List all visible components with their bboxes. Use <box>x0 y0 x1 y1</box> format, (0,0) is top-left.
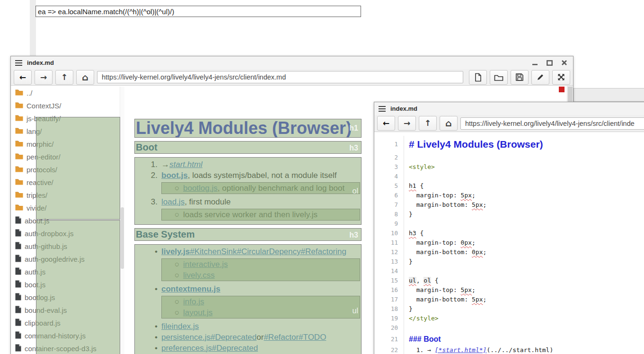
element-filter-input[interactable] <box>35 6 361 17</box>
fullscreen-button[interactable] <box>552 70 570 85</box>
markdown-link[interactable]: lively.js <box>161 246 190 257</box>
forward-button[interactable]: → <box>35 70 53 85</box>
list-item: ○interactive.js <box>161 259 360 270</box>
editor-line[interactable]: 14 <box>374 266 644 276</box>
sidebar-item-about-js[interactable]: about.js <box>12 214 120 227</box>
markdown-link[interactable]: #Deprecated <box>212 343 258 354</box>
editor-line[interactable]: 15ul, ol { <box>374 276 644 285</box>
url-input[interactable] <box>460 117 644 130</box>
sidebar-item-triples[interactable]: triples/ <box>12 189 120 202</box>
editor-line[interactable]: 7 margin-bottom: 5px; <box>374 200 644 210</box>
editor-line[interactable]: 6 margin-top: 5px; <box>374 191 644 200</box>
markdown-link[interactable]: #TODO <box>299 332 326 343</box>
editor-line[interactable]: 2 <box>374 153 644 162</box>
sidebar-item-pen-editor[interactable]: pen-editor/ <box>12 150 120 163</box>
editor-line[interactable]: 10h3 { <box>374 229 644 238</box>
sidebar-item-bootlog-js[interactable]: bootlog.js <box>12 291 120 304</box>
edit-button[interactable] <box>531 70 549 85</box>
editor-line[interactable]: 5h1 { <box>374 181 644 191</box>
markdown-link[interactable]: fileindex.js <box>161 321 199 332</box>
back-button[interactable]: ← <box>377 116 395 131</box>
list-marker: 2. <box>134 170 161 181</box>
home-button[interactable]: ⌂ <box>76 70 94 85</box>
minimize-button[interactable] <box>531 59 539 66</box>
list-marker: • <box>134 332 161 343</box>
code-text <box>404 172 409 181</box>
open-folder-button[interactable] <box>490 70 508 85</box>
editor-line[interactable]: 13} <box>374 257 644 266</box>
markdown-link[interactable]: #CircularDepency <box>237 246 300 257</box>
sidebar-item-reactive[interactable]: reactive/ <box>12 176 120 189</box>
markdown-link[interactable]: info.js <box>183 296 204 307</box>
sidebar-scrollbar[interactable] <box>120 87 124 354</box>
code-token: # Lively4 Modules (Browser) <box>409 139 543 150</box>
save-button[interactable] <box>511 70 529 85</box>
editor-line[interactable]: 12 margin-bottom: 0px; <box>374 248 644 257</box>
editor-line[interactable]: 16 margin-top: 5px; <box>374 285 644 295</box>
markdown-link[interactable]: #Refactoring <box>301 246 346 257</box>
sidebar-item-label: boot.js <box>25 281 45 289</box>
menu-icon[interactable] <box>379 106 386 112</box>
sidebar-item-auth-googledrive-js[interactable]: auth-googledrive.js <box>12 253 120 266</box>
markdown-link[interactable]: boot.js <box>161 170 188 181</box>
editor-line[interactable]: 3<style> <box>374 162 644 172</box>
sidebar-item-boot-js[interactable]: boot.js <box>12 278 120 291</box>
window2-titlebar[interactable]: index.md <box>374 102 644 115</box>
editor-line[interactable]: 20 <box>374 323 644 333</box>
sidebar-item-[interactable]: ../ <box>12 87 120 99</box>
editor-line[interactable]: 22 1. → [*start.html*](../../start.html) <box>374 345 644 354</box>
sidebar-item-label: auth-dropbox.js <box>25 230 73 238</box>
sidebar-item-bound-eval-js[interactable]: bound-eval.js <box>12 304 120 317</box>
markdown-link[interactable]: lively.css <box>183 270 215 281</box>
markdown-link[interactable]: layout.js <box>183 307 212 318</box>
unsaved-indicator <box>559 87 565 92</box>
sidebar-item-ContextJS[interactable]: ContextJS/ <box>12 99 120 112</box>
code-editor[interactable]: 1# Lively4 Modules (Browser)23<style>45h… <box>374 132 644 354</box>
code-token: , <box>416 277 424 284</box>
maximize-button[interactable] <box>546 59 554 66</box>
window1-titlebar[interactable]: index.md <box>11 56 573 70</box>
forward-button[interactable]: → <box>398 116 416 131</box>
sidebar-item-protocols[interactable]: protocols/ <box>12 163 120 176</box>
editor-line[interactable]: 9 <box>374 219 644 229</box>
background-window-titlebar[interactable] <box>573 88 644 102</box>
editor-line[interactable]: 21### Boot <box>374 333 644 345</box>
markdown-link[interactable]: #KitchenSink <box>190 246 237 257</box>
markdown-link[interactable]: persistence.js <box>161 332 211 343</box>
markdown-link[interactable]: bootlog.js <box>183 183 218 194</box>
sidebar-item-command-history-js[interactable]: command-history.js <box>12 329 120 342</box>
sidebar-item-auth-js[interactable]: auth.js <box>12 266 120 278</box>
sidebar-item-js-beautify[interactable]: js-beautify/ <box>12 112 120 125</box>
list-item: ○layout.js <box>161 307 360 318</box>
editor-line[interactable]: 8} <box>374 210 644 219</box>
code-text: h3 { <box>404 229 423 238</box>
up-button[interactable]: ↑ <box>55 70 73 85</box>
markdown-link[interactable]: preferences.js <box>161 343 212 354</box>
markdown-link[interactable]: #Refactor <box>264 332 299 343</box>
markdown-link[interactable]: contextmenu.js <box>161 283 221 294</box>
markdown-link[interactable]: #Deprecated <box>211 332 256 343</box>
url-input[interactable] <box>97 71 463 83</box>
sidebar-item-lang[interactable]: lang/ <box>12 125 120 138</box>
markdown-link[interactable]: interactive.js <box>183 259 228 270</box>
sidebar-item-container-scoped-d3-js[interactable]: container-scoped-d3.js <box>12 342 120 354</box>
editor-line[interactable]: 18} <box>374 304 644 314</box>
editor-line[interactable]: 1# Lively4 Modules (Browser) <box>374 136 644 153</box>
sidebar-item-clipboard-js[interactable]: clipboard.js <box>12 317 120 329</box>
editor-line[interactable]: 4 <box>374 172 644 181</box>
editor-line[interactable]: 11 margin-top: 0px; <box>374 238 644 248</box>
sidebar-item-auth-github-js[interactable]: auth-github.js <box>12 240 120 253</box>
back-button[interactable]: ← <box>14 70 32 85</box>
editor-line[interactable]: 19</style> <box>374 314 644 323</box>
markdown-link[interactable]: start.html <box>169 159 203 170</box>
menu-icon[interactable] <box>15 60 22 66</box>
markdown-link[interactable]: load.js <box>161 196 185 207</box>
close-button[interactable] <box>560 59 568 66</box>
sidebar-item-morphic[interactable]: morphic/ <box>12 138 120 150</box>
editor-line[interactable]: 17 margin-bottom: 5px; <box>374 295 644 304</box>
new-file-button[interactable] <box>469 70 487 85</box>
up-button[interactable]: ↑ <box>419 116 437 131</box>
home-button[interactable]: ⌂ <box>440 116 458 131</box>
sidebar-item-auth-dropbox-js[interactable]: auth-dropbox.js <box>12 227 120 240</box>
sidebar-item-vivide[interactable]: vivide/ <box>12 202 120 214</box>
